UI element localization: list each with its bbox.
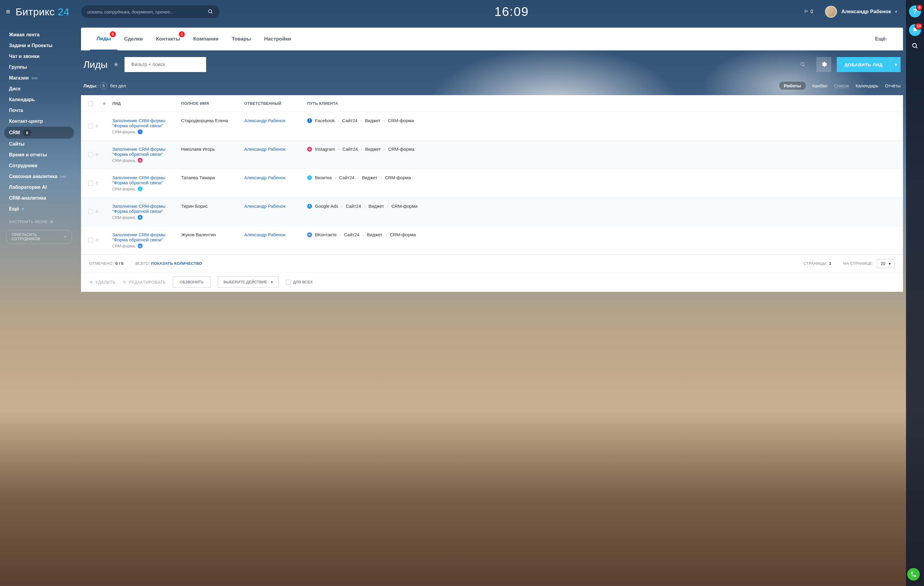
lead-link[interactable]: Заполнение CRM-формы "Форма обратной свя… — [112, 175, 181, 185]
nav-item-сайты[interactable]: Сайты — [4, 139, 74, 149]
chevron-right-icon: › — [361, 118, 362, 123]
tab-контакты[interactable]: Контакты1 — [149, 28, 186, 50]
call-button[interactable]: Обзвонить — [173, 276, 211, 288]
tab-настройки[interactable]: Настройки — [257, 28, 298, 50]
lead-source: CRM-форма, ○ — [112, 186, 181, 191]
chevron-right-icon: › — [340, 232, 341, 237]
row-checkbox[interactable] — [88, 181, 93, 185]
nav-item-диск[interactable]: Диск — [4, 83, 74, 94]
lead-link[interactable]: Заполнение CRM-формы "Форма обратной свя… — [112, 204, 181, 214]
drag-handle-icon[interactable]: ≡ — [96, 209, 99, 214]
view-календарь[interactable]: Календарь — [856, 83, 878, 88]
nav-item-календарь[interactable]: Календарь — [4, 94, 74, 105]
gear-icon[interactable] — [101, 101, 112, 106]
nav-item-чат-и-звонки[interactable]: Чат и звонки — [4, 51, 74, 62]
rail-search-button[interactable] — [912, 43, 918, 49]
drag-handle-icon[interactable]: ≡ — [96, 237, 99, 243]
tabs-more[interactable]: Ещё ▾ — [868, 28, 894, 50]
col-resp[interactable]: Ответственный — [244, 101, 307, 106]
nav-item-группы[interactable]: Группы — [4, 62, 74, 73]
row-checkbox[interactable] — [88, 152, 93, 157]
chevron-right-icon: › — [384, 147, 385, 152]
add-lead-button[interactable]: ДОБАВИТЬ ЛИД — [837, 57, 890, 72]
lead-link[interactable]: Заполнение CRM-формы "Форма обратной свя… — [112, 232, 181, 242]
nav-item-время-и-отчеты[interactable]: Время и отчеты — [4, 149, 74, 160]
chevron-right-icon: › — [338, 147, 340, 152]
full-name: Татаева Тамара — [181, 175, 244, 191]
nav-item-сквозная-аналитика[interactable]: Сквозная аналитикаbeta — [4, 171, 74, 182]
add-lead-dropdown[interactable]: ▾ — [890, 57, 901, 72]
drag-handle-icon[interactable]: ≡ — [96, 123, 99, 129]
table-row: ≡ Заполнение CRM-формы "Форма обратной с… — [81, 226, 903, 255]
drag-handle-icon[interactable]: ≡ — [96, 180, 99, 186]
topbar: ≡ Битрикс 24 16:09 🏳 0 Александр Рабенок… — [0, 0, 906, 23]
view-отчёты[interactable]: Отчёты — [885, 83, 901, 88]
view-канбан[interactable]: Канбан — [812, 83, 827, 88]
nav-item-почта[interactable]: Почта — [4, 105, 74, 116]
responsible-link[interactable]: Александр Рабенок — [244, 175, 307, 191]
invite-button[interactable]: Пригласить сотрудников + — [6, 230, 72, 244]
client-path: ⊙Instagram›Сайт24›Виджет›CRM-форма — [307, 147, 896, 152]
view-список[interactable]: Список — [834, 83, 849, 89]
perpage-select[interactable]: 20▾ — [877, 259, 895, 268]
nav-item-сотрудники[interactable]: Сотрудники — [4, 160, 74, 171]
col-name[interactable]: Полное имя — [181, 101, 244, 106]
settings-button[interactable] — [816, 57, 831, 72]
nav-item-crm-аналитика[interactable]: CRM-аналитика — [4, 193, 74, 204]
tab-лиды[interactable]: Лиды5 — [90, 28, 117, 50]
nav-item-лаборатория-ai[interactable]: Лаборатория AI — [4, 182, 74, 193]
client-path: ΛGoogle Ads›Сайт24›Виджет›CRM-форма — [307, 204, 896, 209]
user-menu[interactable]: Александр Рабенок ▾ — [825, 6, 897, 18]
global-search[interactable] — [81, 5, 219, 18]
main-content: Лиды5СделкиКонтакты1КомпанииТоварыНастро… — [78, 23, 906, 586]
full-name: Тирин Борис — [181, 204, 244, 220]
filter-input[interactable] — [124, 57, 206, 72]
client-path: fFacebook›Сайт24›Виджет›CRM-форма — [307, 118, 896, 123]
chevron-right-icon: › — [338, 118, 339, 123]
row-checkbox[interactable] — [88, 209, 93, 214]
col-path[interactable]: Путь клиента — [307, 101, 896, 106]
tab-товары[interactable]: Товары — [225, 28, 257, 50]
pages-label: Страницы: — [804, 261, 827, 266]
search-icon[interactable] — [800, 62, 805, 67]
tab-компании[interactable]: Компании — [186, 28, 225, 50]
responsible-link[interactable]: Александр Рабенок — [244, 118, 307, 134]
nav-item-ещё[interactable]: Ещё▾ — [4, 204, 74, 214]
select-all-checkbox[interactable] — [88, 101, 93, 106]
selected-label: Отмечено: — [89, 261, 114, 266]
grid-header: Лид Полное имя Ответственный Путь клиент… — [81, 95, 903, 112]
notifications-button[interactable]: 13 — [909, 24, 921, 36]
call-fab[interactable] — [907, 568, 920, 581]
responsible-link[interactable]: Александр Рабенок — [244, 204, 307, 220]
subbar-count: 5 — [100, 82, 107, 89]
nav-item-живая-лента[interactable]: Живая лента — [4, 30, 74, 40]
lead-link[interactable]: Заполнение CRM-формы "Форма обратной свя… — [112, 147, 181, 157]
star-icon[interactable]: ★ — [113, 61, 119, 68]
action-select[interactable]: Выберите действие▾ — [218, 276, 279, 288]
flag-indicator[interactable]: 🏳 0 — [804, 9, 813, 15]
responsible-link[interactable]: Александр Рабенок — [244, 147, 307, 163]
nav-item-задачи-и-проекты[interactable]: Задачи и Проекты — [4, 40, 74, 51]
row-checkbox[interactable] — [88, 238, 93, 243]
nav-item-магазин[interactable]: Магазинbeta — [4, 73, 74, 83]
col-lead[interactable]: Лид — [112, 101, 181, 106]
nav-item-контакт-центр[interactable]: Контакт-центр — [4, 116, 74, 127]
lead-link[interactable]: Заполнение CRM-формы "Форма обратной свя… — [112, 118, 181, 128]
burger-menu-icon[interactable]: ≡ — [6, 8, 10, 16]
edit-action[interactable]: ✎ Редактировать — [123, 280, 166, 285]
robots-button[interactable]: Роботы — [779, 82, 806, 90]
show-total-link[interactable]: Показать количество — [151, 261, 202, 266]
row-checkbox[interactable] — [88, 124, 93, 129]
chevron-down-icon: ▾ — [889, 261, 891, 266]
subbar-filter[interactable]: без дел — [110, 83, 126, 88]
responsible-link[interactable]: Александр Рабенок — [244, 232, 307, 248]
tab-сделки[interactable]: Сделки — [117, 28, 149, 50]
right-rail: ? 6 13 — [906, 0, 924, 586]
delete-action[interactable]: ✕ Удалить — [89, 280, 116, 285]
configure-menu[interactable]: Настроить меню ⚙ — [4, 214, 74, 227]
help-button[interactable]: ? 6 — [909, 5, 921, 17]
forall-checkbox[interactable]: Для всех — [286, 280, 313, 285]
global-search-input[interactable] — [87, 9, 208, 15]
drag-handle-icon[interactable]: ≡ — [96, 152, 99, 157]
nav-item-crm[interactable]: CRM6 — [4, 127, 74, 139]
